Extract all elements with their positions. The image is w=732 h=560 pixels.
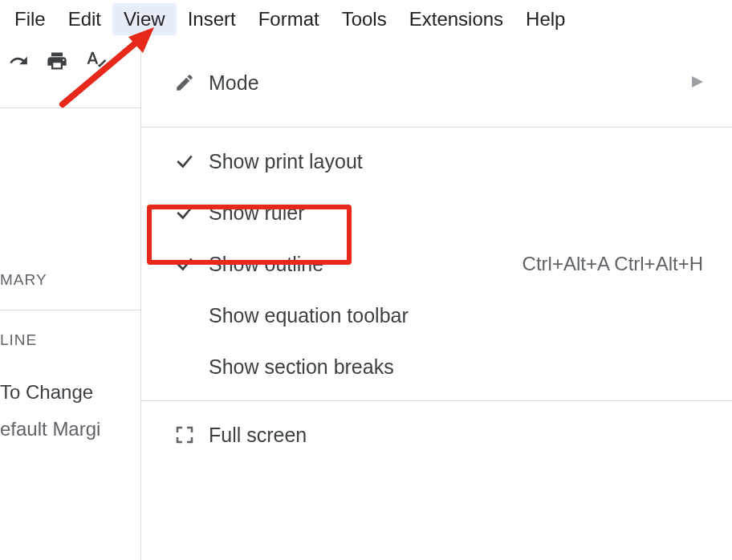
fullscreen-icon (165, 425, 204, 444)
view-print-layout-label: Show print layout (204, 150, 363, 173)
outline-heading-1[interactable]: To Change (0, 381, 140, 404)
view-mode-label: Mode (204, 71, 259, 95)
check-icon (165, 202, 204, 223)
view-outline-shortcut: Ctrl+Alt+A Ctrl+Alt+H (523, 253, 703, 275)
view-equation-toolbar-label: Show equation toolbar (204, 304, 409, 327)
spellcheck-icon[interactable] (83, 49, 111, 73)
menu-tools[interactable]: Tools (331, 3, 398, 35)
menu-view[interactable]: View (112, 3, 177, 35)
view-ruler-item[interactable]: Show ruler (141, 187, 732, 238)
menu-help[interactable]: Help (514, 3, 576, 35)
menu-extensions[interactable]: Extensions (398, 3, 514, 35)
check-icon (165, 254, 204, 274)
view-outline-label: Show outline (204, 253, 323, 276)
view-dropdown: Mode Show print layout Show ruler Show o… (140, 39, 732, 560)
view-ruler-label: Show ruler (204, 201, 305, 225)
view-section-breaks-label: Show section breaks (204, 355, 394, 379)
outline-section-label: LINE (0, 331, 140, 349)
left-panel: MARY LINE To Change efault Margi (0, 271, 140, 440)
toolbar-divider (0, 108, 140, 108)
pencil-icon (165, 72, 204, 93)
outline-heading-2[interactable]: efault Margi (0, 418, 140, 440)
menu-format[interactable]: Format (247, 3, 331, 35)
check-icon (165, 151, 204, 172)
print-icon[interactable] (45, 50, 69, 72)
menu-file[interactable]: File (3, 3, 57, 35)
summary-section-label: MARY (0, 271, 140, 289)
left-panel-divider (0, 310, 140, 310)
view-print-layout-item[interactable]: Show print layout (141, 136, 732, 187)
view-outline-item[interactable]: Show outline Ctrl+Alt+A Ctrl+Alt+H (141, 238, 732, 290)
menubar: File Edit View Insert Format Tools Exten… (0, 0, 732, 39)
view-equation-toolbar-item[interactable]: Show equation toolbar (141, 290, 732, 341)
view-full-screen-item[interactable]: Full screen (141, 409, 732, 461)
menu-edit[interactable]: Edit (57, 3, 112, 35)
view-full-screen-label: Full screen (204, 424, 307, 447)
redo-icon[interactable] (6, 51, 31, 71)
view-mode-item[interactable]: Mode (141, 39, 732, 127)
menu-insert[interactable]: Insert (177, 3, 247, 35)
view-section-breaks-item[interactable]: Show section breaks (141, 341, 732, 392)
submenu-arrow-icon (692, 75, 703, 91)
